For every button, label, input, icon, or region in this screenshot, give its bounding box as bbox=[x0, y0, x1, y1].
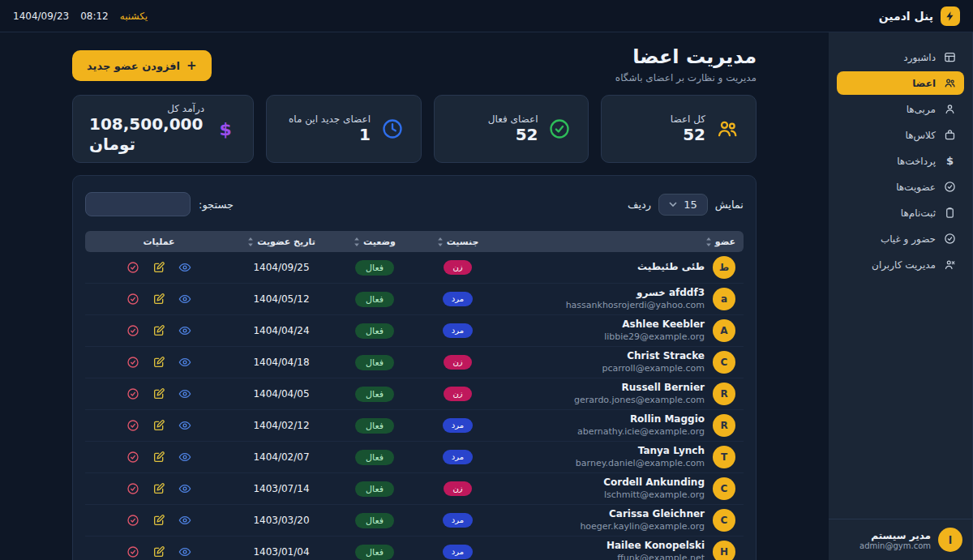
status-badge: فعال bbox=[355, 323, 394, 339]
table-row: CCordell Ankundinglschmitt@example.orgزن… bbox=[85, 473, 744, 505]
member-name: Christ Stracke bbox=[602, 350, 705, 363]
sidebar-item-4[interactable]: $پرداخت‌ها bbox=[837, 149, 964, 173]
edit-icon[interactable] bbox=[152, 514, 165, 527]
sidebar-item-3[interactable]: کلاس‌ها bbox=[837, 123, 964, 147]
search-input[interactable] bbox=[85, 192, 191, 216]
sidebar-item-6[interactable]: ثبت‌نام‌ها bbox=[837, 201, 964, 224]
row-actions bbox=[93, 482, 225, 495]
column-header-1[interactable]: جنسیت bbox=[411, 237, 504, 247]
sort-icon bbox=[247, 237, 254, 246]
avatar: C bbox=[713, 351, 735, 374]
add-member-label: افزودن عضو جدید bbox=[87, 60, 180, 72]
page-size-select[interactable]: 15 bbox=[658, 194, 708, 216]
column-header-3[interactable]: تاریخ عضویت bbox=[225, 237, 338, 247]
view-icon[interactable] bbox=[178, 451, 191, 464]
status-badge: فعال bbox=[355, 450, 394, 465]
edit-icon[interactable] bbox=[152, 419, 165, 432]
view-icon[interactable] bbox=[178, 387, 191, 400]
page-title: مدیریت اعضا bbox=[615, 45, 757, 68]
status-toggle-icon[interactable] bbox=[126, 482, 139, 495]
sort-icon bbox=[705, 237, 712, 246]
member-email: hassankhosrojerdi@yahoo.com bbox=[566, 300, 705, 311]
stat-label: اعضای جدید این ماه bbox=[289, 113, 371, 125]
view-icon[interactable] bbox=[178, 514, 191, 527]
gender-badge: مرد bbox=[443, 450, 473, 464]
column-header-2[interactable]: وضعیت bbox=[338, 237, 411, 247]
sidebar-item-7[interactable]: حضور و غیاب bbox=[837, 227, 964, 250]
table-row: AAshlee Keeblerlibbie29@example.orgمردفع… bbox=[85, 315, 744, 347]
page-header: مدیریت اعضا مدیریت و نظارت بر اعضای باشگ… bbox=[72, 45, 757, 83]
view-icon[interactable] bbox=[178, 261, 191, 274]
column-header-label: تاریخ عضویت bbox=[257, 237, 315, 247]
member-cell: ططئی طئیطیث bbox=[504, 256, 735, 279]
column-header-label: عملیات bbox=[143, 237, 174, 247]
status-toggle-icon[interactable] bbox=[126, 356, 139, 369]
edit-icon[interactable] bbox=[152, 293, 165, 306]
status-toggle-icon[interactable] bbox=[126, 514, 139, 527]
table-controls: نمایش 15 ردیف جستجو: bbox=[85, 188, 744, 231]
status-toggle-icon[interactable] bbox=[126, 451, 139, 464]
chevron-down-icon bbox=[669, 200, 677, 208]
member-email: ffunk@example.net bbox=[607, 553, 705, 560]
member-name: Tanya Lynch bbox=[576, 445, 705, 458]
view-icon[interactable] bbox=[178, 482, 191, 495]
status-toggle-icon[interactable] bbox=[126, 324, 139, 337]
membership-date: 1404/04/05 bbox=[225, 388, 338, 400]
edit-icon[interactable] bbox=[152, 356, 165, 369]
page-subtitle: مدیریت و نظارت بر اعضای باشگاه bbox=[615, 72, 757, 83]
stat-card-1: اعضای فعال52 bbox=[434, 95, 589, 163]
sidebar-user-panel[interactable]: ا مدیر سیستم admin@gym.com bbox=[829, 519, 972, 560]
member-name: afddf3 خسرو bbox=[566, 287, 705, 300]
row-actions bbox=[93, 293, 225, 306]
gender-badge: زن bbox=[444, 260, 471, 275]
page-size-group: نمایش 15 ردیف bbox=[628, 194, 744, 216]
column-header-0[interactable]: عضو bbox=[504, 237, 735, 247]
sidebar-item-0[interactable]: داشبورد bbox=[837, 45, 964, 69]
status-toggle-icon[interactable] bbox=[126, 387, 139, 400]
edit-icon[interactable] bbox=[152, 387, 165, 400]
memberships-icon bbox=[944, 181, 956, 193]
sidebar-item-2[interactable]: مربی‌ها bbox=[837, 97, 964, 121]
current-weekday: یکشنبه bbox=[120, 11, 148, 22]
edit-icon[interactable] bbox=[152, 324, 165, 337]
avatar: C bbox=[713, 509, 735, 532]
bolt-icon bbox=[941, 6, 960, 26]
view-icon[interactable] bbox=[178, 356, 191, 369]
member-email: abernathy.icie@example.org bbox=[577, 426, 705, 438]
view-icon[interactable] bbox=[178, 293, 191, 306]
add-member-button[interactable]: + افزودن عضو جدید bbox=[72, 50, 212, 81]
member-cell: TTanya Lynchbarney.daniel@example.com bbox=[504, 445, 735, 469]
member-name: Rollin Maggio bbox=[577, 413, 705, 426]
view-icon[interactable] bbox=[178, 324, 191, 337]
edit-icon[interactable] bbox=[152, 261, 165, 274]
plus-icon: + bbox=[186, 58, 197, 73]
status-toggle-icon[interactable] bbox=[126, 293, 139, 306]
current-time: 08:12 bbox=[80, 11, 109, 22]
coach-icon bbox=[944, 103, 956, 115]
stat-value: 1 bbox=[359, 125, 371, 145]
edit-icon[interactable] bbox=[152, 482, 165, 495]
column-header-label: عضو bbox=[715, 237, 735, 247]
member-cell: RRussell Berniergerardo.jones@example.co… bbox=[504, 382, 735, 406]
sidebar-item-8[interactable]: مدیریت کاربران bbox=[837, 253, 964, 276]
view-icon[interactable] bbox=[178, 545, 191, 558]
avatar: a bbox=[713, 288, 735, 310]
sidebar-item-label: مربی‌ها bbox=[907, 104, 936, 115]
show-label: نمایش bbox=[715, 199, 744, 211]
datetime-group: 1404/09/23 08:12 یکشنبه bbox=[13, 11, 148, 22]
table-row: CChrist Strackepcarroll@example.comزنفعا… bbox=[85, 347, 744, 378]
stat-value: 108,500,000 تومان bbox=[89, 114, 204, 155]
status-toggle-icon[interactable] bbox=[126, 545, 139, 558]
view-icon[interactable] bbox=[178, 419, 191, 432]
edit-icon[interactable] bbox=[152, 451, 165, 464]
edit-icon[interactable] bbox=[152, 545, 165, 558]
membership-date: 1404/02/12 bbox=[225, 420, 338, 431]
status-toggle-icon[interactable] bbox=[126, 261, 139, 274]
row-actions bbox=[93, 451, 225, 464]
status-toggle-icon[interactable] bbox=[126, 419, 139, 432]
sidebar-item-5[interactable]: عضویت‌ها bbox=[837, 175, 964, 199]
payments-icon: $ bbox=[944, 155, 956, 167]
dollar-icon: $ bbox=[214, 117, 237, 141]
sidebar-item-1[interactable]: اعضا bbox=[837, 71, 964, 95]
row-actions bbox=[93, 419, 225, 432]
